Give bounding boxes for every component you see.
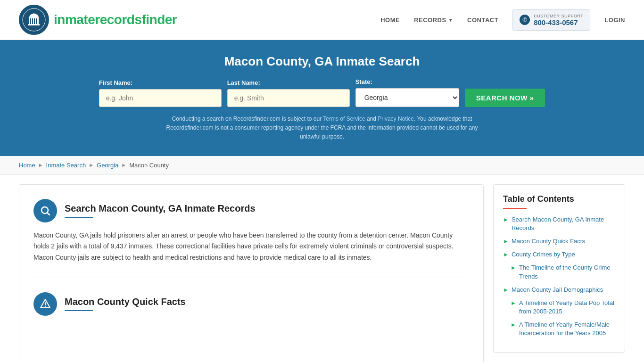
nav-login[interactable]: LOGIN bbox=[604, 16, 625, 24]
toc-item-1[interactable]: ► Search Macon County, GA Inmate Records bbox=[503, 215, 615, 232]
last-name-group: Last Name: bbox=[227, 79, 350, 107]
toc-chevron-5: ► bbox=[503, 287, 509, 293]
toc-chevron-2: ► bbox=[503, 238, 509, 245]
support-text: CUSTOMER SUPPORT 800-433-0567 bbox=[534, 14, 583, 26]
section-1-text: Macon County, GA jails hold prisoners af… bbox=[33, 230, 469, 263]
section-quick-facts: Macon County Quick Facts bbox=[33, 292, 469, 337]
toc-link-6: A Timeline of Yearly Data Pop Total from… bbox=[519, 299, 615, 316]
state-group: State: Georgia Alabama Alaska Arizona Ar… bbox=[355, 78, 459, 107]
section-2-title: Macon County Quick Facts bbox=[65, 296, 186, 307]
svg-rect-3 bbox=[30, 18, 31, 24]
sidebar: Table of Contents ► Search Macon County,… bbox=[493, 184, 625, 353]
breadcrumb-georgia[interactable]: Georgia bbox=[97, 162, 118, 169]
section-2-title-area: Macon County Quick Facts bbox=[65, 296, 186, 311]
breadcrumb-home[interactable]: Home bbox=[19, 162, 35, 169]
svg-line-10 bbox=[48, 213, 50, 215]
svg-rect-4 bbox=[32, 18, 33, 24]
section-2-header: Macon County Quick Facts bbox=[33, 292, 469, 316]
breadcrumb-sep-3: ► bbox=[121, 162, 126, 168]
content-area: Search Macon County, GA Inmate Records M… bbox=[19, 184, 484, 362]
section-2-underline bbox=[65, 310, 93, 311]
section-1-header: Search Macon County, GA Inmate Records bbox=[33, 199, 469, 222]
svg-rect-6 bbox=[36, 18, 37, 24]
nav-contact[interactable]: CONTACT bbox=[467, 16, 498, 24]
toc-item-4[interactable]: ► The Timeline of the County Crime Trend… bbox=[503, 263, 615, 280]
last-name-input[interactable] bbox=[227, 89, 350, 107]
breadcrumb-sep-1: ► bbox=[38, 162, 43, 168]
breadcrumb-macon-county: Macon County bbox=[129, 162, 169, 169]
search-button[interactable]: SEARCH NOW » bbox=[465, 89, 545, 107]
search-form: First Name: Last Name: State: Georgia Al… bbox=[19, 78, 625, 107]
warning-section-icon bbox=[33, 292, 57, 316]
toc-link-3: County Crimes by Type bbox=[512, 250, 575, 259]
toc-link-7: A Timeline of Yearly Female/Male Incarce… bbox=[519, 321, 615, 337]
toc-item-6[interactable]: ► A Timeline of Yearly Data Pop Total fr… bbox=[503, 299, 615, 316]
last-name-label: Last Name: bbox=[227, 79, 260, 86]
toc-list: ► Search Macon County, GA Inmate Records… bbox=[503, 215, 615, 338]
first-name-input[interactable] bbox=[99, 89, 222, 107]
toc-link-5: Macon County Jail Demographics bbox=[512, 286, 603, 294]
toc-link-1: Search Macon County, GA Inmate Records bbox=[512, 215, 615, 232]
records-chevron-icon: ▼ bbox=[448, 17, 453, 23]
logo-icon bbox=[19, 5, 49, 35]
svg-point-12 bbox=[45, 306, 46, 307]
section-1-title-area: Search Macon County, GA Inmate Records bbox=[65, 203, 256, 218]
main-nav: HOME RECORDS ▼ CONTACT ✆ CUSTOMER SUPPOR… bbox=[380, 9, 625, 31]
hero-disclaimer: Conducting a search on Recordsfinder.com… bbox=[157, 115, 487, 142]
toc-chevron-3: ► bbox=[503, 251, 509, 258]
section-1-title: Search Macon County, GA Inmate Records bbox=[65, 203, 256, 214]
svg-rect-5 bbox=[34, 18, 35, 24]
svg-rect-8 bbox=[33, 13, 34, 17]
state-label: State: bbox=[355, 78, 372, 85]
tos-link[interactable]: Terms of Service bbox=[323, 115, 365, 122]
first-name-label: First Name: bbox=[99, 79, 133, 86]
header: inmaterecordsfinder HOME RECORDS ▼ CONTA… bbox=[0, 0, 644, 40]
toc-chevron-7: ► bbox=[511, 321, 516, 328]
toc-chevron-4: ► bbox=[511, 264, 516, 271]
logo-text: inmaterecordsfinder bbox=[54, 12, 177, 27]
breadcrumb: Home ► Inmate Search ► Georgia ► Macon C… bbox=[0, 156, 644, 175]
toc-chevron-6: ► bbox=[511, 300, 516, 306]
hero-title: Macon County, GA Inmate Search bbox=[19, 54, 625, 69]
customer-support: ✆ CUSTOMER SUPPORT 800-433-0567 bbox=[512, 9, 590, 31]
search-hero: Macon County, GA Inmate Search First Nam… bbox=[0, 40, 644, 156]
toc-title: Table of Contents bbox=[503, 194, 615, 204]
toc-underline bbox=[503, 208, 527, 209]
toc-item-2[interactable]: ► Macon County Quick Facts bbox=[503, 237, 615, 246]
main-content: Search Macon County, GA Inmate Records M… bbox=[0, 175, 644, 362]
nav-records[interactable]: RECORDS ▼ bbox=[414, 16, 453, 24]
section-inmate-records: Search Macon County, GA Inmate Records M… bbox=[33, 199, 469, 278]
toc-link-4: The Timeline of the County Crime Trends bbox=[519, 263, 615, 280]
svg-rect-7 bbox=[28, 24, 40, 25]
toc-chevron-1: ► bbox=[503, 216, 509, 223]
breadcrumb-inmate-search[interactable]: Inmate Search bbox=[46, 162, 86, 169]
toc-item-7[interactable]: ► A Timeline of Yearly Female/Male Incar… bbox=[503, 321, 615, 337]
first-name-group: First Name: bbox=[99, 79, 222, 107]
breadcrumb-sep-2: ► bbox=[89, 162, 94, 168]
nav-home[interactable]: HOME bbox=[380, 16, 400, 24]
logo-area: inmaterecordsfinder bbox=[19, 5, 177, 35]
toc-item-5[interactable]: ► Macon County Jail Demographics bbox=[503, 286, 615, 294]
search-section-icon bbox=[33, 199, 57, 222]
section-1-underline bbox=[65, 217, 93, 218]
toc-item-3[interactable]: ► County Crimes by Type bbox=[503, 250, 615, 259]
headset-icon: ✆ bbox=[520, 15, 530, 25]
toc-link-2: Macon County Quick Facts bbox=[512, 237, 585, 246]
state-select[interactable]: Georgia Alabama Alaska Arizona Arkansas … bbox=[355, 88, 459, 107]
privacy-link[interactable]: Privacy Notice bbox=[378, 115, 414, 122]
